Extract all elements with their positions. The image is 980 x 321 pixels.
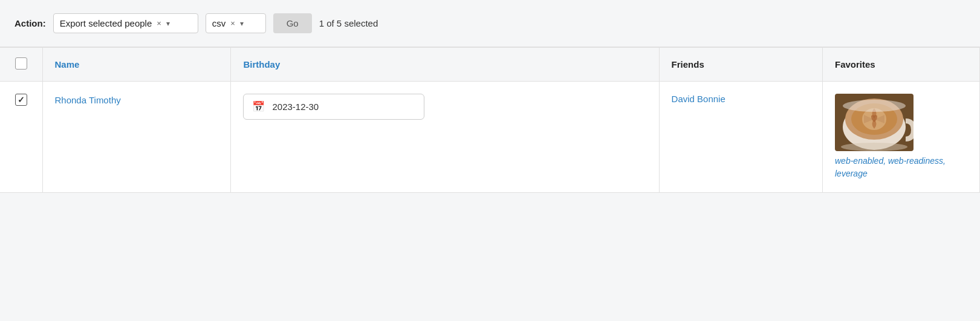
svg-point-6 (841, 143, 907, 151)
format-select[interactable]: csv × ▾ (206, 13, 266, 33)
col-birthday[interactable]: Birthday (231, 48, 659, 82)
col-checkbox[interactable] (0, 48, 42, 82)
select-all-checkbox[interactable] (15, 57, 27, 70)
go-button[interactable]: Go (273, 13, 312, 33)
checkmark-icon: ✓ (18, 95, 25, 105)
friends-link[interactable]: David Bonnie (672, 94, 725, 104)
col-favorites: Favorites (823, 48, 980, 82)
birthday-value: 2023-12-30 (272, 102, 319, 112)
col-favorites-label: Favorites (835, 59, 875, 70)
calendar-icon: 📅 (252, 100, 265, 113)
favorites-image (835, 94, 913, 151)
format-clear-icon[interactable]: × (230, 19, 235, 28)
col-friends-label: Friends (672, 59, 704, 70)
birthday-field[interactable]: 📅 2023-12-30 (243, 94, 424, 120)
action-select-value: Export selected people (60, 18, 152, 28)
people-table: Name Birthday Friends Favorites ✓ (0, 47, 980, 193)
action-label: Action: (15, 18, 46, 28)
cell-name: Rhonda Timothy (42, 82, 231, 193)
action-bar: Action: Export selected people × ▾ csv ×… (0, 0, 980, 47)
table-header-row: Name Birthday Friends Favorites (0, 48, 980, 82)
person-name-link[interactable]: Rhonda Timothy (55, 95, 121, 105)
cell-favorites: web-enabled, web-readiness, leverage (823, 82, 980, 193)
favorites-tags: web-enabled, web-readiness, leverage (835, 155, 967, 180)
row-checkbox[interactable]: ✓ (15, 94, 27, 106)
cell-friends: David Bonnie (659, 82, 822, 193)
cell-birthday: 📅 2023-12-30 (231, 82, 659, 193)
action-select[interactable]: Export selected people × ▾ (53, 13, 198, 33)
selection-count: 1 of 5 selected (319, 18, 378, 28)
table-row: ✓ Rhonda Timothy 📅 2023-12-30 David Bonn… (0, 82, 980, 193)
col-friends: Friends (659, 48, 822, 82)
cell-checkbox[interactable]: ✓ (0, 82, 42, 193)
format-select-value: csv (212, 18, 226, 28)
svg-point-5 (843, 100, 906, 112)
col-name[interactable]: Name (42, 48, 231, 82)
action-chevron-icon[interactable]: ▾ (166, 19, 170, 28)
action-clear-icon[interactable]: × (157, 19, 161, 28)
table-wrapper: Name Birthday Friends Favorites ✓ (0, 47, 980, 193)
col-name-label: Name (55, 59, 80, 70)
col-birthday-label: Birthday (243, 59, 280, 70)
format-chevron-icon[interactable]: ▾ (240, 19, 244, 28)
